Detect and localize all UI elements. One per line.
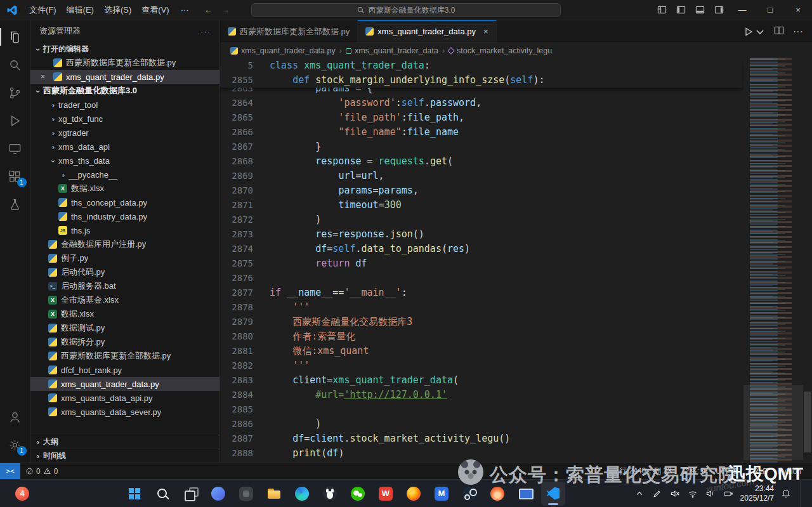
- status-item[interactable]: 空格: 4: [678, 466, 710, 477]
- workspace-root-folder[interactable]: › 西蒙斯金融量化数据库3.0: [30, 84, 219, 98]
- show-desktop-button[interactable]: [801, 480, 803, 507]
- line-number[interactable]: 2872: [220, 213, 253, 227]
- menu-overflow[interactable]: ···: [176, 3, 194, 16]
- line-number[interactable]: 2876: [220, 271, 253, 286]
- tree-file[interactable]: ths_concept_data.py: [30, 195, 219, 209]
- toggle-primary-sidebar-icon[interactable]: [671, 3, 690, 18]
- tree-file[interactable]: 启动代码.py: [30, 265, 219, 279]
- code-line[interactable]: 2874 df=self.data_to_pandas(res): [220, 242, 742, 256]
- tree-file[interactable]: ths_industry_data.py: [30, 209, 219, 223]
- taskbar-start-icon[interactable]: [122, 482, 147, 506]
- minimap[interactable]: [743, 58, 803, 463]
- close-button[interactable]: ×: [784, 0, 812, 20]
- line-number[interactable]: 2865: [220, 110, 253, 125]
- line-number[interactable]: 2886: [220, 417, 253, 431]
- code-line[interactable]: 2881 微信:xms_quant: [220, 344, 742, 359]
- outline-section-header[interactable]: ›大纲: [30, 435, 219, 449]
- tree-folder[interactable]: ›trader_tool: [30, 98, 219, 112]
- code-line[interactable]: 2868 response = requests.get(: [220, 154, 742, 169]
- line-number[interactable]: 2863: [220, 88, 253, 96]
- taskbar-wechat-icon[interactable]: [346, 482, 370, 506]
- tray-network-icon[interactable]: [687, 488, 698, 499]
- code-line[interactable]: 2886 ): [220, 417, 742, 431]
- line-number[interactable]: 2887: [220, 431, 253, 446]
- taskbar-task-view-icon[interactable]: [178, 482, 202, 506]
- maximize-button[interactable]: □: [756, 0, 784, 20]
- status-item[interactable]: Python: [773, 467, 806, 476]
- toggle-secondary-sidebar-icon[interactable]: [709, 3, 728, 18]
- code-editor[interactable]: 5class xms_quant_trader_data:2855 def st…: [220, 58, 812, 463]
- code-line[interactable]: 2888 print(df): [220, 446, 742, 461]
- line-number[interactable]: 5: [220, 58, 253, 73]
- open-editor-item[interactable]: 西蒙斯数据库更新全部数据.py: [30, 56, 219, 70]
- taskbar-file-explorer-icon[interactable]: [262, 482, 286, 506]
- breadcrumb-class[interactable]: xms_quant_trader_data: [346, 46, 438, 55]
- tray-mute-icon[interactable]: [669, 488, 681, 499]
- taskbar-app-m-icon[interactable]: [429, 482, 454, 506]
- accounts-icon[interactable]: [0, 403, 30, 431]
- activity-extensions-icon[interactable]: 1: [0, 162, 30, 190]
- line-number[interactable]: 2867: [220, 140, 253, 154]
- activity-source-control-icon[interactable]: [0, 79, 30, 107]
- more-actions-icon[interactable]: ···: [793, 26, 803, 37]
- sticky-line[interactable]: 5class xms_quant_trader_data:: [220, 58, 742, 73]
- tray-pen-icon[interactable]: [652, 488, 663, 499]
- tab-active[interactable]: xms_quant_trader_data.py ×: [358, 20, 496, 43]
- taskbar-app-flame-icon[interactable]: [485, 482, 509, 506]
- line-number[interactable]: 2885: [220, 402, 253, 417]
- activity-search-icon[interactable]: [0, 51, 30, 79]
- settings-gear-icon[interactable]: 1: [0, 431, 30, 459]
- tree-file[interactable]: JSths.js: [30, 223, 219, 237]
- split-editor-icon[interactable]: [774, 25, 784, 38]
- code-line[interactable]: 2865 'file_path':file_path,: [220, 110, 742, 125]
- tree-folder[interactable]: ›xms_data_api: [30, 140, 219, 154]
- tree-folder[interactable]: ›__pycache__: [30, 168, 219, 181]
- line-number[interactable]: 2883: [220, 373, 253, 388]
- code-line[interactable]: 2875 return df: [220, 256, 742, 271]
- code-line[interactable]: 2887 df=client.stock_market_activity_leg…: [220, 431, 742, 446]
- menu-item[interactable]: 编辑(E): [62, 3, 99, 18]
- code-line[interactable]: 2879 西蒙斯金融量化交易数据库3: [220, 315, 742, 329]
- tab-close-icon[interactable]: ×: [483, 27, 488, 36]
- line-number[interactable]: 2864: [220, 96, 253, 110]
- code-line[interactable]: 2873 res=response.json(): [220, 227, 742, 242]
- line-number[interactable]: 2877: [220, 286, 253, 300]
- problems-indicator[interactable]: 0 0: [20, 467, 63, 476]
- code-line[interactable]: 2872 ): [220, 213, 742, 227]
- notification-bell-icon[interactable]: [780, 488, 792, 499]
- line-number[interactable]: 2884: [220, 388, 253, 402]
- taskbar-search-icon[interactable]: [150, 482, 174, 506]
- menu-item[interactable]: 文件(F): [24, 3, 62, 18]
- minimize-button[interactable]: —: [728, 0, 756, 20]
- scrollbar-thumb[interactable]: [804, 392, 811, 452]
- taskbar-remote-desktop-icon[interactable]: [513, 482, 537, 506]
- code-line[interactable]: 2877if __name__=='__main__':: [220, 286, 742, 300]
- taskbar-wps-icon[interactable]: [374, 482, 398, 506]
- toggle-panel-icon[interactable]: [690, 3, 709, 18]
- activity-testing-icon[interactable]: [0, 190, 30, 218]
- status-item[interactable]: CRLF: [743, 467, 771, 476]
- code-line[interactable]: 2883 client=xms_quant_trader_data(: [220, 373, 742, 388]
- tree-folder[interactable]: ›xgtrader: [30, 126, 219, 140]
- status-item[interactable]: 行 2440，列 23: [615, 466, 676, 477]
- line-number[interactable]: 2870: [220, 183, 253, 198]
- line-number[interactable]: 2881: [220, 344, 253, 359]
- taskbar-firefox-icon[interactable]: [402, 482, 426, 506]
- tree-file[interactable]: >_启动服务器.bat: [30, 279, 219, 293]
- menu-item[interactable]: 查看(V): [136, 3, 174, 18]
- command-center-search[interactable]: 西蒙斯金融量化数据库3.0: [251, 3, 561, 17]
- code-line[interactable]: 2863 params = {: [220, 88, 742, 96]
- code-line[interactable]: 2876: [220, 271, 742, 286]
- code-line[interactable]: 2878 ''': [220, 300, 742, 315]
- line-number[interactable]: 2878: [220, 300, 253, 315]
- editor-scrollbar[interactable]: [803, 58, 812, 463]
- tree-file[interactable]: xms_quant_trader_data.py: [30, 377, 219, 391]
- tab-inactive[interactable]: 西蒙斯数据库更新全部数据.py: [220, 20, 358, 43]
- status-item[interactable]: UTF-8: [711, 467, 742, 476]
- code-line[interactable]: 2884 #url='http://127.0.0.1': [220, 388, 742, 402]
- line-number[interactable]: 2871: [220, 198, 253, 213]
- code-line[interactable]: 2869 url=url,: [220, 169, 742, 183]
- line-number[interactable]: 2855: [220, 73, 253, 88]
- line-number[interactable]: 2869: [220, 169, 253, 183]
- line-number[interactable]: 2882: [220, 359, 253, 373]
